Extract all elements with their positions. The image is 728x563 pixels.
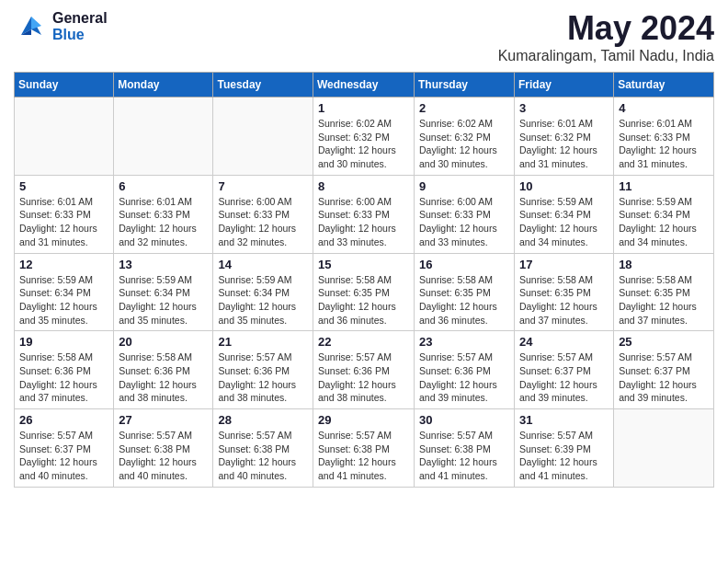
calendar-day-cell: 2Sunrise: 6:02 AM Sunset: 6:32 PM Daylig… xyxy=(415,98,515,176)
calendar-day-cell: 18Sunrise: 5:58 AM Sunset: 6:35 PM Dayli… xyxy=(614,253,714,331)
calendar-day-cell: 30Sunrise: 5:57 AM Sunset: 6:38 PM Dayli… xyxy=(415,409,515,488)
weekday-header: Wednesday xyxy=(313,73,415,98)
day-info: Sunrise: 6:00 AM Sunset: 6:33 PM Dayligh… xyxy=(318,195,409,249)
calendar-day-cell: 26Sunrise: 5:57 AM Sunset: 6:37 PM Dayli… xyxy=(15,409,114,488)
calendar-day-cell: 25Sunrise: 5:57 AM Sunset: 6:37 PM Dayli… xyxy=(614,331,714,409)
calendar-day-cell: 20Sunrise: 5:58 AM Sunset: 6:36 PM Dayli… xyxy=(114,331,213,409)
calendar-day-cell: 11Sunrise: 5:59 AM Sunset: 6:34 PM Dayli… xyxy=(614,175,714,253)
calendar-day-cell: 27Sunrise: 5:57 AM Sunset: 6:38 PM Dayli… xyxy=(114,409,213,488)
calendar-day-cell: 5Sunrise: 6:01 AM Sunset: 6:33 PM Daylig… xyxy=(15,175,114,253)
day-info: Sunrise: 6:02 AM Sunset: 6:32 PM Dayligh… xyxy=(419,117,509,171)
day-info: Sunrise: 5:58 AM Sunset: 6:36 PM Dayligh… xyxy=(119,350,208,405)
calendar-day-cell: 9Sunrise: 6:00 AM Sunset: 6:33 PM Daylig… xyxy=(415,175,515,253)
day-info: Sunrise: 5:57 AM Sunset: 6:39 PM Dayligh… xyxy=(519,429,609,483)
day-info: Sunrise: 5:57 AM Sunset: 6:36 PM Dayligh… xyxy=(318,350,409,405)
calendar-day-cell: 10Sunrise: 5:59 AM Sunset: 6:34 PM Dayli… xyxy=(515,175,614,253)
calendar-day-cell xyxy=(614,409,714,488)
calendar-day-cell: 31Sunrise: 5:57 AM Sunset: 6:39 PM Dayli… xyxy=(515,409,614,488)
day-number: 21 xyxy=(218,335,308,349)
calendar-day-cell: 14Sunrise: 5:59 AM Sunset: 6:34 PM Dayli… xyxy=(213,253,313,331)
calendar-table: SundayMondayTuesdayWednesdayThursdayFrid… xyxy=(14,72,714,488)
day-info: Sunrise: 5:59 AM Sunset: 6:34 PM Dayligh… xyxy=(619,195,709,249)
svg-marker-2 xyxy=(31,17,41,29)
calendar-day-cell xyxy=(15,98,114,176)
calendar-day-cell: 21Sunrise: 5:57 AM Sunset: 6:36 PM Dayli… xyxy=(213,331,313,409)
weekday-header-row: SundayMondayTuesdayWednesdayThursdayFrid… xyxy=(15,73,714,98)
day-number: 8 xyxy=(318,179,409,193)
weekday-header: Monday xyxy=(114,73,213,98)
calendar-day-cell: 13Sunrise: 5:59 AM Sunset: 6:34 PM Dayli… xyxy=(114,253,213,331)
day-number: 20 xyxy=(119,335,208,349)
day-info: Sunrise: 5:57 AM Sunset: 6:37 PM Dayligh… xyxy=(19,429,108,483)
day-number: 25 xyxy=(619,335,709,349)
day-number: 13 xyxy=(119,258,208,271)
calendar-week-row: 26Sunrise: 5:57 AM Sunset: 6:37 PM Dayli… xyxy=(15,409,714,488)
calendar-week-row: 12Sunrise: 5:59 AM Sunset: 6:34 PM Dayli… xyxy=(15,253,714,331)
calendar-day-cell: 16Sunrise: 5:58 AM Sunset: 6:35 PM Dayli… xyxy=(415,253,515,331)
day-info: Sunrise: 5:57 AM Sunset: 6:37 PM Dayligh… xyxy=(519,350,609,405)
title-section: May 2024 Kumaralingam, Tamil Nadu, India xyxy=(498,9,714,64)
logo: General Blue xyxy=(14,9,108,44)
calendar-week-row: 19Sunrise: 5:58 AM Sunset: 6:36 PM Dayli… xyxy=(15,331,714,409)
calendar-day-cell: 7Sunrise: 6:00 AM Sunset: 6:33 PM Daylig… xyxy=(213,175,313,253)
calendar-day-cell: 4Sunrise: 6:01 AM Sunset: 6:33 PM Daylig… xyxy=(614,98,714,176)
weekday-header: Saturday xyxy=(614,73,714,98)
day-number: 22 xyxy=(318,335,409,349)
day-number: 7 xyxy=(218,179,308,193)
weekday-header: Sunday xyxy=(15,73,114,98)
day-number: 9 xyxy=(419,179,509,193)
day-info: Sunrise: 5:59 AM Sunset: 6:34 PM Dayligh… xyxy=(218,273,308,327)
day-number: 24 xyxy=(519,335,609,349)
day-info: Sunrise: 6:01 AM Sunset: 6:32 PM Dayligh… xyxy=(519,117,609,171)
calendar-day-cell: 28Sunrise: 5:57 AM Sunset: 6:38 PM Dayli… xyxy=(213,409,313,488)
calendar-day-cell: 19Sunrise: 5:58 AM Sunset: 6:36 PM Dayli… xyxy=(15,331,114,409)
calendar-day-cell: 15Sunrise: 5:58 AM Sunset: 6:35 PM Dayli… xyxy=(313,253,415,331)
day-number: 11 xyxy=(619,179,709,193)
day-number: 10 xyxy=(519,179,609,193)
month-title: May 2024 xyxy=(498,9,714,48)
day-number: 31 xyxy=(519,413,609,427)
calendar-day-cell: 29Sunrise: 5:57 AM Sunset: 6:38 PM Dayli… xyxy=(313,409,415,488)
day-number: 30 xyxy=(419,413,509,427)
weekday-header: Tuesday xyxy=(213,73,313,98)
day-number: 26 xyxy=(19,413,108,427)
day-info: Sunrise: 6:01 AM Sunset: 6:33 PM Dayligh… xyxy=(19,195,108,249)
day-number: 29 xyxy=(318,413,409,427)
calendar-day-cell: 24Sunrise: 5:57 AM Sunset: 6:37 PM Dayli… xyxy=(515,331,614,409)
weekday-header: Friday xyxy=(515,73,614,98)
day-info: Sunrise: 5:58 AM Sunset: 6:35 PM Dayligh… xyxy=(419,273,509,327)
day-info: Sunrise: 5:57 AM Sunset: 6:36 PM Dayligh… xyxy=(419,350,509,405)
day-number: 4 xyxy=(619,101,709,115)
day-number: 12 xyxy=(19,258,108,271)
day-info: Sunrise: 5:57 AM Sunset: 6:37 PM Dayligh… xyxy=(619,350,709,405)
day-info: Sunrise: 5:59 AM Sunset: 6:34 PM Dayligh… xyxy=(519,195,609,249)
calendar-day-cell xyxy=(213,98,313,176)
day-info: Sunrise: 6:01 AM Sunset: 6:33 PM Dayligh… xyxy=(619,117,709,171)
day-info: Sunrise: 5:57 AM Sunset: 6:38 PM Dayligh… xyxy=(218,429,308,483)
day-info: Sunrise: 6:01 AM Sunset: 6:33 PM Dayligh… xyxy=(119,195,208,249)
day-info: Sunrise: 5:58 AM Sunset: 6:35 PM Dayligh… xyxy=(619,273,709,327)
day-info: Sunrise: 5:57 AM Sunset: 6:38 PM Dayligh… xyxy=(419,429,509,483)
day-info: Sunrise: 5:57 AM Sunset: 6:38 PM Dayligh… xyxy=(119,429,208,483)
location: Kumaralingam, Tamil Nadu, India xyxy=(498,48,714,64)
day-number: 2 xyxy=(419,101,509,115)
page-header: General Blue May 2024 Kumaralingam, Tami… xyxy=(14,9,714,64)
day-number: 27 xyxy=(119,413,208,427)
day-info: Sunrise: 5:57 AM Sunset: 6:38 PM Dayligh… xyxy=(318,429,409,483)
calendar-day-cell: 3Sunrise: 6:01 AM Sunset: 6:32 PM Daylig… xyxy=(515,98,614,176)
calendar-day-cell xyxy=(114,98,213,176)
day-info: Sunrise: 6:00 AM Sunset: 6:33 PM Dayligh… xyxy=(218,195,308,249)
day-number: 23 xyxy=(419,335,509,349)
day-number: 15 xyxy=(318,258,409,271)
day-number: 19 xyxy=(19,335,108,349)
day-number: 17 xyxy=(519,258,609,271)
day-info: Sunrise: 5:59 AM Sunset: 6:34 PM Dayligh… xyxy=(119,273,208,327)
logo-general: General xyxy=(52,10,108,27)
day-number: 3 xyxy=(519,101,609,115)
day-info: Sunrise: 5:58 AM Sunset: 6:35 PM Dayligh… xyxy=(519,273,609,327)
day-info: Sunrise: 5:59 AM Sunset: 6:34 PM Dayligh… xyxy=(19,273,108,327)
calendar-day-cell: 23Sunrise: 5:57 AM Sunset: 6:36 PM Dayli… xyxy=(415,331,515,409)
calendar-day-cell: 8Sunrise: 6:00 AM Sunset: 6:33 PM Daylig… xyxy=(313,175,415,253)
logo-blue: Blue xyxy=(52,27,108,43)
calendar-day-cell: 6Sunrise: 6:01 AM Sunset: 6:33 PM Daylig… xyxy=(114,175,213,253)
